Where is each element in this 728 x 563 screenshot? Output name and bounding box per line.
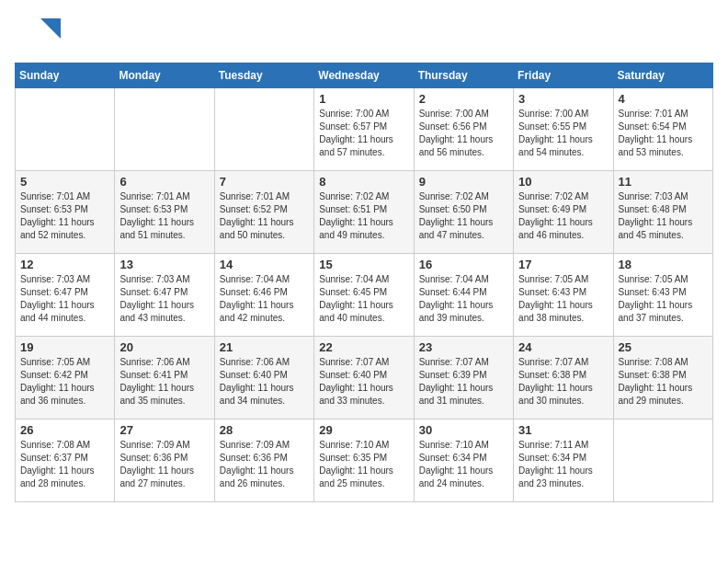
calendar-cell: 6Sunrise: 7:01 AM Sunset: 6:53 PM Daylig…	[115, 171, 214, 254]
day-number: 2	[419, 92, 508, 106]
day-number: 23	[419, 340, 508, 354]
day-info: Sunrise: 7:06 AM Sunset: 6:40 PM Dayligh…	[220, 356, 309, 408]
calendar-cell: 23Sunrise: 7:07 AM Sunset: 6:39 PM Dayli…	[414, 337, 513, 419]
calendar-table: SundayMondayTuesdayWednesdayThursdayFrid…	[15, 63, 713, 502]
svg-marker-0	[40, 18, 61, 39]
day-info: Sunrise: 7:07 AM Sunset: 6:39 PM Dayligh…	[419, 356, 508, 408]
day-info: Sunrise: 7:00 AM Sunset: 6:57 PM Dayligh…	[319, 108, 408, 159]
calendar-header-row: SundayMondayTuesdayWednesdayThursdayFrid…	[16, 63, 713, 88]
day-info: Sunrise: 7:10 AM Sunset: 6:34 PM Dayligh…	[419, 439, 508, 490]
calendar-cell: 4Sunrise: 7:01 AM Sunset: 6:54 PM Daylig…	[613, 88, 712, 171]
calendar-week-1: 1Sunrise: 7:00 AM Sunset: 6:57 PM Daylig…	[16, 88, 713, 171]
day-info: Sunrise: 7:05 AM Sunset: 6:42 PM Dayligh…	[20, 356, 109, 408]
day-number: 15	[319, 258, 408, 271]
calendar-cell: 20Sunrise: 7:06 AM Sunset: 6:41 PM Dayli…	[115, 337, 214, 419]
calendar-cell: 22Sunrise: 7:07 AM Sunset: 6:40 PM Dayli…	[314, 337, 414, 419]
day-info: Sunrise: 7:08 AM Sunset: 6:38 PM Dayligh…	[619, 356, 708, 408]
day-number: 27	[119, 423, 209, 437]
logo-icon	[15, 15, 61, 52]
calendar-cell: 2Sunrise: 7:00 AM Sunset: 6:56 PM Daylig…	[414, 88, 513, 171]
calendar-cell: 1Sunrise: 7:00 AM Sunset: 6:57 PM Daylig…	[314, 88, 414, 171]
day-info: Sunrise: 7:02 AM Sunset: 6:49 PM Dayligh…	[518, 190, 608, 242]
calendar-cell: 25Sunrise: 7:08 AM Sunset: 6:38 PM Dayli…	[613, 337, 712, 419]
calendar-cell: 13Sunrise: 7:03 AM Sunset: 6:47 PM Dayli…	[115, 254, 214, 337]
calendar-cell: 27Sunrise: 7:09 AM Sunset: 6:36 PM Dayli…	[115, 419, 214, 502]
day-number: 21	[220, 340, 309, 354]
day-info: Sunrise: 7:03 AM Sunset: 6:48 PM Dayligh…	[619, 190, 708, 242]
day-info: Sunrise: 7:02 AM Sunset: 6:51 PM Dayligh…	[319, 190, 408, 242]
day-info: Sunrise: 7:04 AM Sunset: 6:44 PM Dayligh…	[419, 273, 508, 325]
day-info: Sunrise: 7:05 AM Sunset: 6:43 PM Dayligh…	[619, 273, 708, 325]
day-info: Sunrise: 7:03 AM Sunset: 6:47 PM Dayligh…	[20, 273, 109, 325]
day-number: 30	[419, 423, 508, 437]
day-info: Sunrise: 7:00 AM Sunset: 6:55 PM Dayligh…	[518, 108, 608, 159]
day-number: 20	[119, 340, 209, 354]
calendar-cell: 21Sunrise: 7:06 AM Sunset: 6:40 PM Dayli…	[214, 337, 313, 419]
calendar-cell: 9Sunrise: 7:02 AM Sunset: 6:50 PM Daylig…	[414, 171, 513, 254]
day-number: 19	[20, 340, 109, 354]
calendar-cell: 29Sunrise: 7:10 AM Sunset: 6:35 PM Dayli…	[314, 419, 414, 502]
calendar-cell	[16, 88, 115, 171]
day-number: 8	[319, 175, 408, 189]
day-number: 16	[419, 258, 508, 271]
calendar-cell: 3Sunrise: 7:00 AM Sunset: 6:55 PM Daylig…	[514, 88, 613, 171]
header-tuesday: Tuesday	[214, 63, 313, 88]
calendar-cell: 16Sunrise: 7:04 AM Sunset: 6:44 PM Dayli…	[414, 254, 513, 337]
calendar-cell: 26Sunrise: 7:08 AM Sunset: 6:37 PM Dayli…	[16, 419, 115, 502]
day-info: Sunrise: 7:09 AM Sunset: 6:36 PM Dayligh…	[119, 439, 209, 490]
logo	[15, 15, 63, 52]
day-info: Sunrise: 7:01 AM Sunset: 6:53 PM Dayligh…	[119, 190, 209, 242]
day-number: 11	[619, 175, 708, 189]
day-info: Sunrise: 7:01 AM Sunset: 6:52 PM Dayligh…	[220, 190, 309, 242]
header-wednesday: Wednesday	[314, 63, 414, 88]
day-number: 13	[119, 258, 209, 271]
calendar-cell: 5Sunrise: 7:01 AM Sunset: 6:53 PM Daylig…	[16, 171, 115, 254]
day-info: Sunrise: 7:10 AM Sunset: 6:35 PM Dayligh…	[319, 439, 408, 490]
header-monday: Monday	[115, 63, 214, 88]
calendar-cell: 15Sunrise: 7:04 AM Sunset: 6:45 PM Dayli…	[314, 254, 414, 337]
calendar-week-4: 19Sunrise: 7:05 AM Sunset: 6:42 PM Dayli…	[16, 337, 713, 419]
day-number: 22	[319, 340, 408, 354]
day-info: Sunrise: 7:02 AM Sunset: 6:50 PM Dayligh…	[419, 190, 508, 242]
day-info: Sunrise: 7:05 AM Sunset: 6:43 PM Dayligh…	[518, 273, 608, 325]
day-number: 9	[419, 175, 508, 189]
day-info: Sunrise: 7:08 AM Sunset: 6:37 PM Dayligh…	[20, 439, 109, 490]
day-number: 24	[518, 340, 608, 354]
day-number: 1	[319, 92, 408, 106]
day-number: 29	[319, 423, 408, 437]
day-number: 17	[518, 258, 608, 271]
calendar-cell: 28Sunrise: 7:09 AM Sunset: 6:36 PM Dayli…	[214, 419, 313, 502]
calendar-cell: 24Sunrise: 7:07 AM Sunset: 6:38 PM Dayli…	[514, 337, 613, 419]
day-number: 25	[619, 340, 708, 354]
calendar-cell: 18Sunrise: 7:05 AM Sunset: 6:43 PM Dayli…	[613, 254, 712, 337]
day-number: 14	[220, 258, 309, 271]
day-info: Sunrise: 7:03 AM Sunset: 6:47 PM Dayligh…	[119, 273, 209, 325]
day-info: Sunrise: 7:09 AM Sunset: 6:36 PM Dayligh…	[220, 439, 309, 490]
page-header	[15, 15, 713, 52]
header-sunday: Sunday	[16, 63, 115, 88]
day-number: 26	[20, 423, 109, 437]
day-info: Sunrise: 7:01 AM Sunset: 6:54 PM Dayligh…	[619, 108, 708, 159]
header-saturday: Saturday	[613, 63, 712, 88]
day-number: 18	[619, 258, 708, 271]
day-number: 31	[518, 423, 608, 437]
calendar-cell: 11Sunrise: 7:03 AM Sunset: 6:48 PM Dayli…	[613, 171, 712, 254]
calendar-cell: 30Sunrise: 7:10 AM Sunset: 6:34 PM Dayli…	[414, 419, 513, 502]
calendar-cell: 12Sunrise: 7:03 AM Sunset: 6:47 PM Dayli…	[16, 254, 115, 337]
calendar-cell: 17Sunrise: 7:05 AM Sunset: 6:43 PM Dayli…	[514, 254, 613, 337]
calendar-cell: 8Sunrise: 7:02 AM Sunset: 6:51 PM Daylig…	[314, 171, 414, 254]
day-info: Sunrise: 7:07 AM Sunset: 6:40 PM Dayligh…	[319, 356, 408, 408]
day-number: 5	[20, 175, 109, 189]
day-info: Sunrise: 7:04 AM Sunset: 6:46 PM Dayligh…	[220, 273, 309, 325]
day-number: 7	[220, 175, 309, 189]
day-info: Sunrise: 7:11 AM Sunset: 6:34 PM Dayligh…	[518, 439, 608, 490]
day-info: Sunrise: 7:00 AM Sunset: 6:56 PM Dayligh…	[419, 108, 508, 159]
day-info: Sunrise: 7:06 AM Sunset: 6:41 PM Dayligh…	[119, 356, 209, 408]
calendar-cell: 7Sunrise: 7:01 AM Sunset: 6:52 PM Daylig…	[214, 171, 313, 254]
calendar-cell: 31Sunrise: 7:11 AM Sunset: 6:34 PM Dayli…	[514, 419, 613, 502]
calendar-week-5: 26Sunrise: 7:08 AM Sunset: 6:37 PM Dayli…	[16, 419, 713, 502]
calendar-cell: 14Sunrise: 7:04 AM Sunset: 6:46 PM Dayli…	[214, 254, 313, 337]
day-number: 3	[518, 92, 608, 106]
day-info: Sunrise: 7:01 AM Sunset: 6:53 PM Dayligh…	[20, 190, 109, 242]
calendar-cell	[214, 88, 313, 171]
